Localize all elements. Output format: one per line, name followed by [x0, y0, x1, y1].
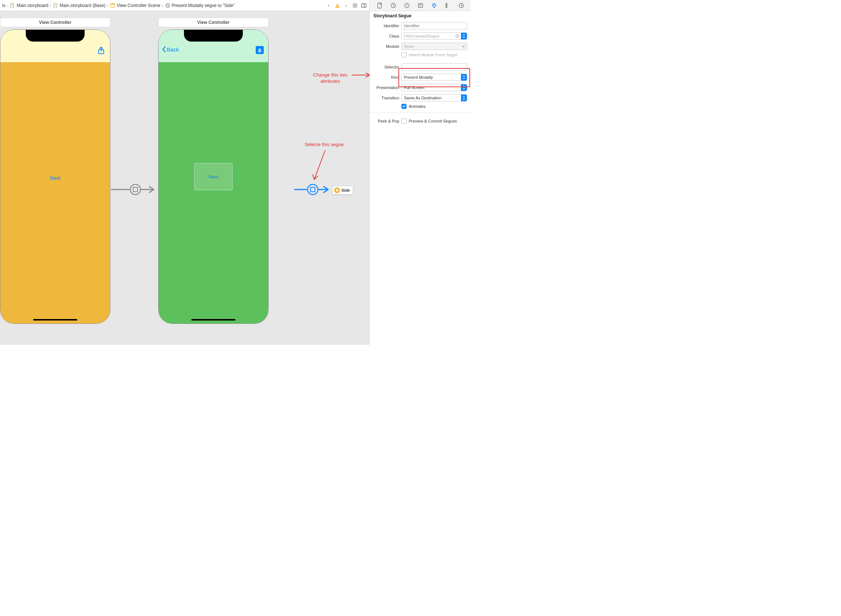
- scene-title-label: View Controller: [39, 20, 71, 25]
- breadcrumb-label: View Controller Scene: [117, 3, 160, 8]
- transition-combo[interactable]: Same As Destination: [401, 94, 467, 101]
- attributes-inspector-tab[interactable]: [431, 2, 438, 9]
- next-button[interactable]: Next: [50, 175, 61, 181]
- file-inspector-tab[interactable]: [376, 2, 383, 9]
- svg-line-28: [314, 150, 325, 180]
- preview-commit-label: Preview & Commit Segues: [409, 119, 457, 123]
- inherit-module-checkbox-row[interactable]: Inherit Module From Target: [401, 52, 467, 57]
- checkbox-unchecked-icon[interactable]: [401, 52, 406, 57]
- phone-body-green: [158, 62, 268, 323]
- scene-title-label: View Controller: [197, 20, 230, 25]
- svg-rect-30: [378, 3, 381, 8]
- svg-rect-7: [111, 3, 115, 4]
- warning-icon[interactable]: [334, 2, 341, 9]
- stepper-icon[interactable]: [461, 84, 467, 91]
- inspector-tab-bar: ?: [369, 0, 471, 11]
- scene-view-controller-1[interactable]: View Controller Next: [0, 18, 110, 324]
- svg-rect-15: [362, 4, 366, 7]
- adjust-editor-button[interactable]: [360, 2, 367, 9]
- scene-title-bar[interactable]: View Controller: [0, 18, 110, 27]
- identity-inspector-tab[interactable]: [417, 2, 424, 9]
- breadcrumb-item-scene[interactable]: View Controller Scene: [110, 3, 160, 8]
- scene-title-bar[interactable]: View Controller: [158, 18, 268, 27]
- breadcrumb-label: Present Modally segue to "Side": [172, 3, 235, 8]
- stepper-icon[interactable]: [461, 33, 467, 40]
- annotation-text: Change this two: [313, 72, 347, 78]
- share-icon[interactable]: [97, 46, 105, 55]
- checkbox-checked-icon[interactable]: [401, 104, 406, 109]
- breadcrumb-item-root[interactable]: ls: [2, 3, 6, 8]
- download-icon[interactable]: [256, 46, 264, 54]
- scene-icon: [110, 3, 115, 8]
- prev-issue-button[interactable]: ‹: [325, 2, 332, 9]
- presentation-value: Full Screen: [404, 85, 425, 90]
- inherit-module-label: Inherit Module From Target: [409, 53, 457, 57]
- animates-checkbox-row[interactable]: Animates: [401, 104, 467, 109]
- help-inspector-tab[interactable]: ?: [403, 2, 410, 9]
- breadcrumb-label: Main.storyboard (Base): [60, 3, 105, 8]
- identifier-input[interactable]: [404, 23, 464, 28]
- stepper-icon[interactable]: [461, 95, 467, 101]
- svg-point-19: [130, 184, 141, 195]
- next-button-label: Next: [50, 175, 61, 181]
- svg-point-24: [308, 184, 318, 195]
- annotation-text: attributes: [321, 78, 340, 84]
- back-button[interactable]: Back: [162, 46, 179, 53]
- svg-point-8: [166, 3, 170, 7]
- selector-field[interactable]: [401, 63, 467, 70]
- storyboard-reference-icon: [334, 187, 340, 193]
- annotation-text: Selecte this segue: [305, 142, 344, 147]
- breadcrumb-item-base[interactable]: Main.storyboard (Base): [53, 3, 105, 8]
- svg-rect-10: [337, 5, 337, 6]
- breadcrumb-label: Main.storyboard: [16, 3, 48, 8]
- breadcrumb-right-controls: ‹ ›: [325, 2, 367, 9]
- module-combo[interactable]: None: [401, 43, 467, 50]
- svg-rect-34: [418, 4, 423, 7]
- container-label: Next: [209, 174, 218, 180]
- chevron-right-icon: ›: [7, 3, 9, 9]
- breadcrumb-item-storyboard[interactable]: Main.storyboard: [10, 3, 48, 8]
- svg-point-27: [336, 189, 338, 191]
- animates-label: Animates: [409, 104, 426, 109]
- attributes-inspector-panel: Storyboard Segue Identifier Class UIStor…: [369, 11, 471, 345]
- chevron-right-icon: ›: [50, 3, 51, 9]
- chevron-right-icon: ›: [107, 3, 109, 9]
- inspector-heading: Storyboard Segue: [374, 13, 467, 18]
- transition-label: Transition: [374, 96, 399, 100]
- container-view[interactable]: Next: [194, 163, 233, 190]
- breadcrumb-label: ls: [2, 3, 6, 8]
- presentation-combo[interactable]: Full Screen: [401, 84, 467, 91]
- connections-inspector-tab[interactable]: [458, 2, 465, 9]
- svg-rect-5: [54, 5, 56, 6]
- next-issue-button[interactable]: ›: [343, 2, 350, 9]
- phone-preview-1[interactable]: Next: [0, 29, 110, 324]
- selector-input[interactable]: [404, 65, 464, 69]
- kind-label: Kind: [374, 75, 399, 79]
- notch-icon: [26, 30, 85, 42]
- svg-rect-9: [167, 4, 168, 6]
- history-inspector-tab[interactable]: [390, 2, 397, 9]
- module-value: None: [404, 44, 413, 48]
- svg-rect-4: [54, 4, 56, 4]
- notch-icon: [184, 30, 243, 42]
- size-inspector-tab[interactable]: [444, 2, 451, 9]
- scene-view-controller-2[interactable]: View Controller Back Next: [158, 18, 268, 324]
- checkbox-unchecked-icon[interactable]: [401, 119, 406, 124]
- storyboard-file-icon: [53, 3, 58, 8]
- kind-combo[interactable]: Present Modally: [401, 73, 467, 81]
- class-combo[interactable]: UIStoryboardSegue: [401, 32, 467, 40]
- kind-value: Present Modally: [404, 75, 433, 79]
- outline-toggle-button[interactable]: [352, 2, 358, 9]
- presentation-label: Presentation: [374, 85, 399, 90]
- annotation-change-attrs: Change this two attributes: [313, 72, 347, 85]
- stepper-icon[interactable]: [461, 74, 467, 81]
- storyboard-canvas[interactable]: View Controller Next View Controller: [0, 11, 369, 345]
- back-button-label: Back: [167, 46, 179, 53]
- clear-icon[interactable]: [455, 34, 460, 38]
- segue-arrow-1[interactable]: [110, 180, 159, 199]
- identifier-label: Identifier: [374, 23, 399, 28]
- identifier-field[interactable]: [401, 22, 467, 29]
- breadcrumb-item-segue[interactable]: Present Modally segue to "Side": [165, 3, 235, 8]
- phone-preview-2[interactable]: Back Next: [158, 29, 268, 324]
- scene-reference-side[interactable]: Side: [332, 186, 353, 195]
